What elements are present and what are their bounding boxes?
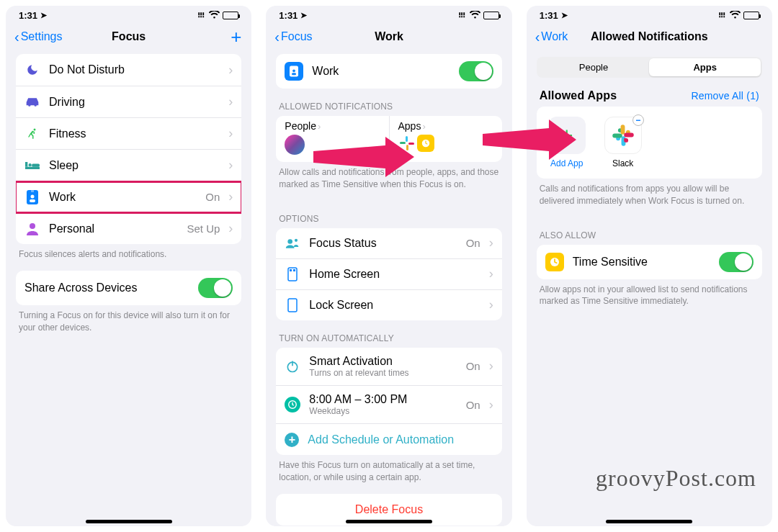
- auto-time[interactable]: 8:00 AM – 3:00 PM Weekdays On ›: [276, 385, 501, 423]
- wifi-icon: [209, 11, 220, 21]
- page-title: Focus: [6, 30, 251, 43]
- row-label: Driving: [49, 96, 220, 109]
- page-title: Allowed Notifications: [527, 30, 772, 43]
- row-sublabel: Weekdays: [309, 406, 457, 416]
- svg-point-18: [288, 239, 293, 244]
- battery-icon: [483, 12, 499, 19]
- toggle-on[interactable]: [719, 252, 754, 272]
- chevron-right-icon: ›: [489, 235, 493, 251]
- plus-circle-icon: +: [285, 433, 299, 447]
- delete-label: Delete Focus: [355, 503, 423, 516]
- chevron-right-icon: ›: [228, 189, 233, 204]
- focus-personal[interactable]: Personal Set Up ›: [16, 212, 241, 244]
- remove-all-link[interactable]: Remove All (1): [691, 90, 759, 102]
- row-label: Do Not Disturb: [49, 63, 220, 76]
- chevron-right-icon: ›: [489, 359, 493, 374]
- watermark: groovyPost.com: [596, 465, 756, 492]
- svg-rect-15: [406, 145, 408, 150]
- nav-bar: ‹ Work Allowed Notifications: [527, 22, 772, 54]
- toggle-on[interactable]: [198, 278, 233, 298]
- focus-driving[interactable]: Driving ›: [16, 86, 241, 117]
- wifi-icon: [730, 11, 741, 21]
- person-icon: [24, 221, 40, 237]
- svg-point-19: [295, 238, 298, 241]
- share-across-devices[interactable]: Share Across Devices: [16, 271, 241, 305]
- row-value: Set Up: [187, 222, 220, 235]
- svg-rect-21: [290, 269, 292, 271]
- svg-rect-22: [293, 269, 295, 271]
- auto-smart[interactable]: Smart Activation Turns on at relevant ti…: [276, 348, 501, 385]
- focus-work[interactable]: Work On ›: [16, 181, 241, 212]
- option-lock-screen[interactable]: Lock Screen ›: [276, 289, 501, 320]
- work-toggle-row[interactable]: Work: [276, 54, 501, 89]
- row-label: Lock Screen: [309, 299, 480, 312]
- seg-people[interactable]: People: [538, 58, 650, 76]
- time-sensitive-icon: [545, 253, 564, 271]
- remove-badge-icon[interactable]: −: [632, 114, 644, 126]
- focus-sleep[interactable]: Sleep ›: [16, 149, 241, 181]
- bed-icon: [24, 158, 40, 173]
- allowed-notifications-card: People› Apps›: [276, 116, 501, 162]
- row-label: Time Sensitive: [573, 256, 710, 269]
- people-section[interactable]: People›: [276, 116, 388, 162]
- option-focus-status[interactable]: Focus Status On ›: [276, 228, 501, 258]
- row-sublabel: Turns on at relevant times: [309, 368, 457, 378]
- app-name-label: Slack: [612, 158, 633, 168]
- svg-rect-4: [32, 163, 40, 166]
- section-options: OPTIONS: [276, 201, 501, 228]
- chevron-right-icon: ›: [489, 297, 493, 312]
- apps-label: Apps: [398, 120, 421, 132]
- status-bar: 1:31 ➤ ⠿⠇: [266, 6, 511, 22]
- chevron-right-icon: ›: [228, 126, 233, 141]
- home-indicator[interactable]: [86, 520, 172, 523]
- status-time: 1:31: [279, 10, 298, 21]
- allowed-app-slack[interactable]: − Slack: [602, 117, 645, 168]
- chevron-right-icon: ›: [318, 121, 321, 132]
- chevron-right-icon: ›: [228, 158, 233, 173]
- avatar-icon: [285, 135, 305, 155]
- time-sensitive-row[interactable]: Time Sensitive: [537, 245, 762, 279]
- row-label: Share Across Devices: [24, 281, 189, 294]
- svg-point-9: [30, 223, 35, 229]
- seg-apps[interactable]: Apps: [649, 58, 761, 76]
- svg-rect-12: [292, 73, 296, 75]
- runner-icon: [24, 126, 40, 142]
- focus-fitness[interactable]: Fitness ›: [16, 117, 241, 149]
- page-title: Work: [266, 30, 511, 43]
- nav-bar: ‹ Settings Focus +: [6, 22, 251, 54]
- auto-footer: Have this Focus turn on automatically at…: [276, 455, 501, 494]
- slack-icon: [398, 135, 416, 152]
- row-label: Work: [49, 191, 197, 204]
- row-value: On: [466, 399, 480, 411]
- svg-rect-1: [25, 166, 40, 168]
- allowed-footer: Allow calls and notifications from peopl…: [276, 162, 501, 201]
- apps-section[interactable]: Apps›: [389, 116, 502, 162]
- auto-add[interactable]: + Add Schedule or Automation: [276, 423, 501, 455]
- svg-point-7: [31, 194, 35, 198]
- cellular-icon: ⠿⠇: [458, 12, 467, 19]
- row-label: Personal: [49, 222, 178, 235]
- focus-dnd[interactable]: Do Not Disturb ›: [16, 54, 241, 86]
- wifi-icon: [470, 11, 480, 21]
- battery-icon: [223, 12, 238, 19]
- add-button[interactable]: +: [231, 26, 241, 48]
- allowed-apps-title: Allowed Apps: [540, 89, 617, 102]
- phone-screen-work-focus: 1:31 ➤ ⠿⠇ ‹ Focus Work Work AL: [266, 6, 511, 526]
- phone-screen-focus-list: 1:31 ➤ ⠿⠇ ‹ Settings Focus + Do Not Dist…: [6, 6, 251, 526]
- row-value: On: [466, 237, 480, 249]
- row-label: Work: [312, 65, 450, 78]
- add-app-button[interactable]: + Add App: [545, 117, 589, 168]
- svg-point-0: [34, 128, 36, 130]
- svg-point-3: [29, 163, 32, 166]
- toggle-on[interactable]: [459, 61, 493, 81]
- phone-screen-allowed-notifications: 1:31 ➤ ⠿⠇ ‹ Work Allowed Notifications P…: [527, 6, 772, 526]
- option-home-screen[interactable]: Home Screen ›: [276, 258, 501, 289]
- home-indicator[interactable]: [606, 520, 692, 523]
- clock-app-icon: [417, 135, 434, 152]
- section-also-allow: ALSO ALLOW: [537, 217, 762, 245]
- home-indicator[interactable]: [346, 520, 432, 523]
- row-label: Smart Activation: [309, 355, 457, 368]
- chevron-right-icon: ›: [228, 94, 233, 109]
- badge-icon: [24, 189, 40, 205]
- cellular-icon: ⠿⠇: [718, 12, 727, 19]
